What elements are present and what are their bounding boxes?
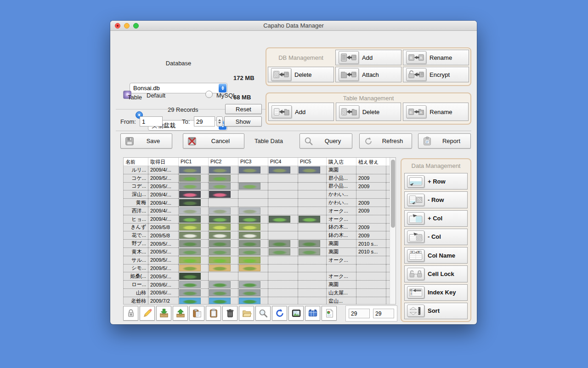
cell-pic5[interactable] bbox=[298, 256, 327, 264]
refresh-button[interactable]: Refresh bbox=[359, 133, 412, 149]
cell-name[interactable]: コデ... bbox=[124, 183, 148, 190]
table-row[interactable]: ルリ...2009/4/...萬園 bbox=[124, 166, 390, 174]
bonsai-photo-thumbnail[interactable] bbox=[239, 248, 260, 255]
bonsai-photo-thumbnail[interactable] bbox=[179, 183, 201, 190]
cell-repot[interactable] bbox=[356, 166, 386, 174]
add-col-button[interactable]: + Col bbox=[404, 210, 468, 227]
cell-repot[interactable]: 2009 bbox=[356, 207, 386, 215]
cell-pic4[interactable] bbox=[268, 272, 298, 280]
cell-pic3[interactable] bbox=[238, 248, 268, 256]
save-button[interactable]: Save bbox=[120, 133, 172, 149]
bonsai-photo-thumbnail[interactable] bbox=[209, 183, 231, 190]
cell-pic1[interactable] bbox=[179, 272, 209, 280]
report-button[interactable]: Report bbox=[418, 133, 471, 149]
close-button[interactable] bbox=[115, 23, 120, 29]
cell-name[interactable]: サル... bbox=[124, 256, 148, 264]
cell-pic4[interactable] bbox=[268, 264, 298, 272]
cell-pic2[interactable] bbox=[209, 281, 238, 288]
minimize-button[interactable] bbox=[124, 23, 130, 29]
table-row[interactable]: コデ...2009/5/...群小品...2009 bbox=[124, 183, 390, 191]
cell-pic5[interactable] bbox=[298, 272, 327, 280]
cell-pic1[interactable] bbox=[179, 207, 209, 215]
bonsai-photo-thumbnail[interactable] bbox=[239, 298, 260, 304]
cell-name[interactable]: 花で... bbox=[124, 231, 148, 239]
bonsai-photo-thumbnail[interactable] bbox=[179, 167, 201, 173]
cell-pic4[interactable] bbox=[268, 199, 298, 207]
cell-pic4[interactable] bbox=[268, 231, 298, 239]
cell-shop[interactable]: 群小品... bbox=[327, 183, 356, 190]
db-rename-button[interactable]: BA Rename bbox=[403, 50, 469, 65]
cell-pic5[interactable] bbox=[298, 297, 327, 304]
bonsai-photo-thumbnail[interactable] bbox=[209, 289, 231, 296]
cell-repot[interactable] bbox=[356, 256, 386, 264]
bonsai-photo-thumbnail[interactable] bbox=[209, 232, 231, 239]
cell-shop[interactable]: 盆山... bbox=[327, 297, 356, 304]
bonsai-photo-thumbnail[interactable] bbox=[299, 216, 320, 223]
cell-pic5[interactable] bbox=[298, 166, 327, 174]
cell-pic4[interactable] bbox=[268, 166, 298, 174]
cell-name[interactable]: ルリ... bbox=[124, 166, 148, 174]
cell-pic3[interactable] bbox=[238, 199, 268, 207]
table-row[interactable]: ヒョ...2009/4/...オーク... bbox=[124, 215, 390, 224]
cell-date[interactable]: 2009/5/... bbox=[148, 248, 179, 256]
bonsai-photo-thumbnail[interactable] bbox=[209, 264, 231, 271]
cell-pic5[interactable] bbox=[298, 240, 327, 247]
bonsai-photo-thumbnail[interactable] bbox=[179, 298, 201, 304]
table-row[interactable]: 姫桑(...2009/5/...オーク... bbox=[124, 272, 390, 281]
cell-repot[interactable]: 2009 bbox=[356, 174, 386, 182]
table-row[interactable]: 黄梅2009/4/...かわい...2009 bbox=[124, 199, 390, 207]
cell-pic2[interactable] bbox=[209, 215, 238, 223]
bonsai-photo-thumbnail[interactable] bbox=[269, 240, 290, 247]
bonsai-photo-thumbnail[interactable] bbox=[269, 167, 290, 173]
cell-date[interactable]: 2009/5/8 bbox=[148, 231, 179, 239]
title-bar[interactable]: Capaho Data Manager bbox=[110, 21, 477, 31]
cell-shop[interactable]: かわい... bbox=[327, 199, 356, 207]
bonsai-photo-thumbnail[interactable] bbox=[209, 248, 231, 255]
bonsai-photo-thumbnail[interactable] bbox=[179, 191, 201, 198]
index-key-button[interactable]: ID12 Index Key bbox=[404, 284, 468, 301]
cell-shop[interactable]: 萬園 bbox=[327, 281, 356, 288]
cell-repot[interactable]: 2009 bbox=[356, 231, 386, 239]
cell-pic5[interactable] bbox=[298, 174, 327, 182]
cell-pic2[interactable] bbox=[209, 240, 238, 247]
cell-pic3[interactable] bbox=[238, 166, 268, 174]
cell-pic3[interactable] bbox=[238, 297, 268, 304]
cell-repot[interactable] bbox=[356, 215, 386, 223]
bonsai-photo-thumbnail[interactable] bbox=[239, 281, 260, 288]
db-encrypt-button[interactable]: Encrypt bbox=[403, 67, 469, 82]
cell-pic3[interactable] bbox=[238, 281, 268, 288]
cell-shop[interactable]: 山太屋... bbox=[327, 289, 356, 297]
cell-shop[interactable]: オーク... bbox=[327, 215, 356, 223]
zoom-button[interactable] bbox=[133, 23, 139, 29]
col-name-button[interactable]: AB Col Name bbox=[404, 247, 468, 264]
remove-col-button[interactable]: - Col bbox=[404, 229, 468, 245]
column-header[interactable]: PIC5 bbox=[298, 158, 327, 166]
cell-date[interactable]: 2009/5/... bbox=[148, 264, 179, 272]
table-row[interactable]: 山柿2009/6/...山太屋... bbox=[124, 289, 390, 297]
cancel-button[interactable]: Cancel bbox=[183, 133, 244, 149]
bonsai-photo-thumbnail[interactable] bbox=[239, 216, 260, 223]
cell-pic4[interactable] bbox=[268, 248, 298, 256]
cell-pic2[interactable] bbox=[209, 264, 238, 272]
cell-pic1[interactable] bbox=[179, 256, 209, 264]
cell-pic1[interactable] bbox=[179, 240, 209, 247]
cell-pic4[interactable] bbox=[268, 224, 298, 231]
cell-pic3[interactable] bbox=[238, 256, 268, 264]
bonsai-photo-thumbnail[interactable] bbox=[179, 289, 201, 296]
column-header[interactable]: PIC3 bbox=[238, 158, 268, 166]
column-header[interactable]: PIC2 bbox=[209, 158, 238, 166]
cell-pic5[interactable] bbox=[298, 231, 327, 239]
bonsai-photo-thumbnail[interactable] bbox=[239, 207, 260, 214]
table-row[interactable]: 西洋...2009/4/...オーク...2009 bbox=[124, 207, 390, 215]
cell-name[interactable]: 黄木... bbox=[124, 248, 148, 256]
cell-name[interactable]: コケ... bbox=[124, 174, 148, 182]
cell-repot[interactable]: 2009 bbox=[356, 199, 386, 207]
bonsai-photo-thumbnail[interactable] bbox=[299, 248, 320, 255]
mysql-radio[interactable] bbox=[205, 91, 213, 98]
bonsai-photo-thumbnail[interactable] bbox=[209, 191, 231, 198]
column-header[interactable]: 名前 bbox=[124, 158, 148, 166]
db-attach-button[interactable]: Attach bbox=[335, 67, 401, 82]
table-row[interactable]: 深山...2009/4/...かわい... bbox=[124, 190, 390, 199]
cell-name[interactable]: 深山... bbox=[124, 190, 148, 198]
cell-repot[interactable]: 2010 s... bbox=[356, 248, 386, 256]
